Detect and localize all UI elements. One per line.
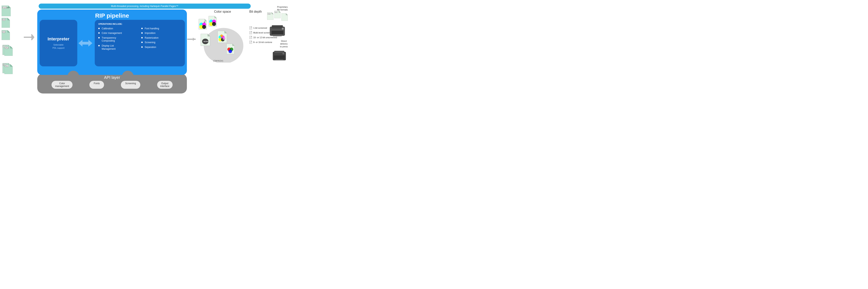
interpreter-bubble: Interpreter SelectablePDL support [40,20,77,66]
direct-delivery-label: Directdeliveryto press [280,40,288,48]
svg-point-55 [222,37,225,40]
ops-font-handling: Font handling [141,27,181,30]
rip-area: RIP pipeline Interpreter SelectablePDL s… [37,9,187,75]
list-item: TIFF JPEG [2,42,13,54]
svg-marker-76 [279,11,281,12]
svg-point-90 [282,53,284,55]
svg-point-43 [212,22,216,26]
svg-text:PNG: PNG [5,65,8,67]
ops-imposition: Imposition [141,32,181,34]
proprietary-file-icons: JPEG TIFF [255,12,288,21]
colorspace-to-bitdepth-arrow [245,35,249,44]
svg-text:JPEG: JPEG [268,13,271,14]
svg-point-85 [282,28,283,29]
svg-marker-9 [7,30,10,32]
svg-marker-5 [7,18,10,20]
top-banner: Multi-threaded processing, including Har… [39,4,251,9]
color-space-title: Color space [198,10,247,13]
api-pill-color-management: Colormanagement [52,81,72,89]
svg-text:JPEG: JPEG [5,47,8,49]
output-section: Proprietaryfile formats JPEG TIFF [255,5,288,62]
postscript-file-icon: PostScript [2,5,11,16]
press-icons: Directdeliveryto press [255,24,288,62]
svg-text:TIFF: TIFF [275,11,277,13]
svg-marker-72 [272,12,274,14]
svg-text:PDF: PDF [2,19,5,21]
svg-text:W: W [204,21,206,23]
api-pills-container: Colormanagement Fonts Screening Outputin… [37,81,187,89]
svg-rect-83 [272,31,283,34]
svg-marker-32 [205,19,207,21]
svg-marker-25 [10,64,13,67]
ops-separation: Separation [141,46,181,49]
api-pill-output-interface: Outputinterface [157,81,173,89]
ops-screening: Screening [141,41,181,44]
svg-rect-91 [275,59,283,60]
list-item: PDF [2,18,13,29]
svg-point-60 [228,50,232,53]
input-files-area: PostScript PDF XPS [2,5,13,73]
rip-title: RIP pipeline [37,9,187,19]
ops-calibration: Calibration [98,27,138,30]
list-item: XPS [2,30,13,41]
ops-rasterization: Rasterization [141,36,181,39]
svg-marker-39 [215,16,217,18]
proprietary-output: Proprietaryfile formats JPEG TIFF [255,5,288,21]
svg-marker-17 [10,46,13,48]
svg-rect-89 [274,56,285,59]
pdf-file-icon: PDF [2,18,11,29]
svg-point-36 [202,25,206,29]
proprietary-label: Proprietaryfile formats [255,5,288,11]
svg-marker-63 [251,26,252,27]
ops-color-management: Color management [98,32,138,34]
ops-columns: Calibration Color management Transparenc… [98,27,181,51]
svg-text:XPS: XPS [2,31,5,33]
list-item: PostScript [2,5,13,16]
svg-marker-65 [251,31,252,32]
svg-rect-82 [272,25,283,28]
api-pill-fonts: Fonts [89,81,104,89]
svg-marker-67 [251,36,252,37]
color-space-circle: W MONO [198,15,243,61]
ops-header: OPERATIONS INCLUDE: [98,23,181,25]
svg-marker-80 [286,13,288,15]
ops-display-list: Display ListManagement [98,44,138,51]
xps-file-icon: XPS [2,30,11,41]
input-to-rip-arrow [24,33,38,42]
interpreter-title: Interpreter [48,37,69,41]
api-layer: API layer Colormanagement Fonts Screenin… [37,74,187,94]
color-space-area: Color space W [198,10,247,61]
interpreter-to-ops-arrow [79,39,93,49]
svg-point-54 [220,34,223,37]
rip-to-colorspace-arrow [187,35,199,44]
list-item: BMP PNG [2,61,13,72]
api-pill-screening: Screening [121,81,140,89]
ops-col-left: Calibration Color management Transparenc… [98,27,138,51]
ops-col-right: Font handling Imposition Rasterization S… [141,27,181,51]
ops-transparency: TransparencyCompositing [98,36,138,42]
interpreter-subtitle: SelectablePDL support [53,43,65,50]
svg-text:(CMYKOV): (CMYKOV) [213,60,223,62]
svg-marker-69 [251,41,252,41]
svg-rect-86 [273,35,282,36]
banner-text: Multi-threaded processing, including Har… [111,5,178,7]
svg-marker-29 [193,38,195,41]
main-container: Multi-threaded processing, including Har… [0,0,289,96]
svg-text:PostScript: PostScript [3,7,9,8]
operations-area: OPERATIONS INCLUDE: Calibration Color ma… [95,20,185,66]
svg-text:MONO: MONO [204,41,209,42]
